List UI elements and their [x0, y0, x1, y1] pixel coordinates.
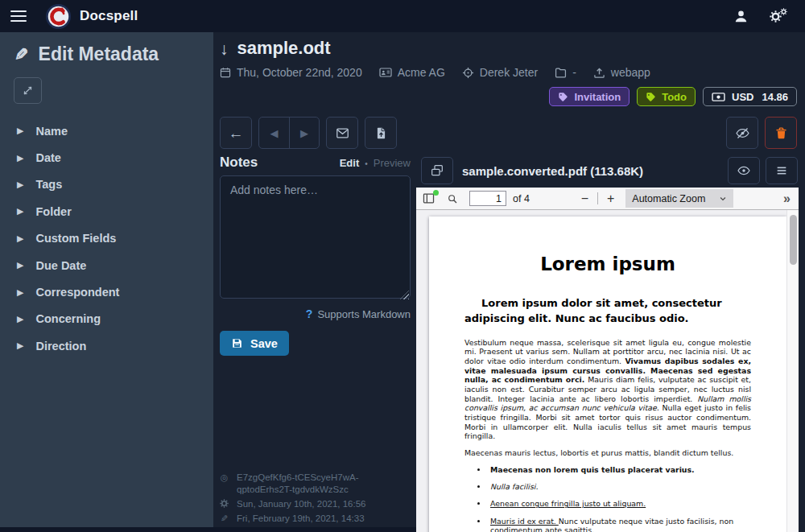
item-source: webapp: [593, 66, 650, 79]
sidebar-item-tags[interactable]: ▶Tags: [0, 171, 213, 198]
notes-input[interactable]: [220, 175, 411, 299]
caret-right-icon: ▶: [17, 315, 23, 324]
sidebar-title-label: Edit Metadata: [39, 43, 159, 65]
notes-preview-link[interactable]: Preview: [374, 157, 411, 169]
item-id: E7zgQefKfg6-tCEScyeH7wA-qptodErhs2T-tgdv…: [237, 472, 414, 496]
item-correspondent[interactable]: Acme AG: [379, 66, 445, 79]
crosshairs-icon: [462, 67, 474, 79]
arrow-left-icon: ←: [229, 126, 244, 141]
gear-icon: [219, 498, 229, 510]
pdf-sidebar-toggle-button[interactable]: [422, 192, 436, 206]
zoom-out-button[interactable]: −: [580, 192, 590, 206]
prev-next-group: ◀ ▶: [258, 117, 320, 149]
item-folder[interactable]: -: [555, 66, 576, 79]
caret-right-icon: ▶: [17, 154, 23, 163]
search-icon[interactable]: [447, 193, 458, 204]
edit-metadata-sidebar: ✎ Edit Metadata ▶Name ▶Date ▶Tags ▶Folde…: [0, 32, 213, 527]
user-icon[interactable]: [733, 9, 749, 24]
document-header: ↓ sample.odt Thu, October 22nd, 2020 Acm…: [220, 38, 650, 79]
item-concerning[interactable]: Derek Jeter: [462, 66, 538, 79]
delete-button[interactable]: [765, 117, 797, 149]
folder-icon: [555, 67, 567, 79]
caret-left-icon: ◀: [270, 127, 279, 139]
pdf-scrollbar-thumb[interactable]: [790, 215, 797, 265]
calendar-icon: [220, 67, 231, 78]
back-button[interactable]: ←: [220, 117, 252, 149]
top-navbar: Docspell: [0, 0, 805, 32]
cogs-icon[interactable]: [770, 8, 787, 24]
attachment-panel: sample.converted.pdf (113.68K) of 4 − + …: [416, 155, 805, 532]
tag-todo[interactable]: Todo: [637, 87, 696, 106]
notes-edit-link[interactable]: Edit: [340, 157, 360, 169]
zoom-select[interactable]: Automatic Zoom: [625, 189, 733, 208]
notes-section: Notes Edit • Preview ?Supports Markdown …: [220, 155, 411, 356]
updated-row: ✎ Fri, February 19th, 2021, 14:33: [219, 513, 414, 525]
notification-dot: [433, 190, 439, 196]
attachment-menu-button[interactable]: [766, 157, 798, 184]
pdf-paragraph-2: Maecenas mauris lectus, lobortis et puru…: [464, 448, 751, 458]
page-number-input[interactable]: [469, 191, 506, 206]
caret-right-icon: ▶: [17, 288, 23, 297]
expand-sidebar-button[interactable]: [14, 77, 42, 104]
notes-title: Notes: [220, 155, 258, 171]
tags-row: Invitation Todo USD 14.86: [549, 87, 797, 106]
sidebar-item-due-date[interactable]: ▶Due Date: [0, 252, 213, 278]
sidebar-item-custom-fields[interactable]: ▶Custom Fields: [0, 225, 213, 252]
document-meta-row: Thu, October 22nd, 2020 Acme AG Derek Je…: [220, 66, 650, 79]
sidebar-item-correspondent[interactable]: ▶Correspondent: [0, 278, 213, 305]
item-date: Thu, October 22nd, 2020: [220, 66, 362, 79]
sidebar-item-concerning[interactable]: ▶Concerning: [0, 306, 213, 332]
chevron-down-icon: [719, 195, 727, 203]
tag-invitation[interactable]: Invitation: [549, 87, 630, 106]
zoom-select-value: Automatic Zoom: [632, 193, 705, 204]
prev-item-button[interactable]: ◀: [259, 118, 289, 148]
metadata-section-list: ▶Name ▶Date ▶Tags ▶Folder ▶Custom Fields…: [0, 118, 213, 360]
markdown-hint[interactable]: ?Supports Markdown: [220, 307, 411, 320]
item-toolbar: ← ◀ ▶: [220, 117, 797, 149]
next-item-button[interactable]: ▶: [289, 118, 319, 148]
list-item: Nulla facilisi.: [488, 482, 751, 492]
sidebar-item-folder[interactable]: ▶Folder: [0, 198, 213, 225]
trash-icon: [774, 126, 788, 140]
pdf-page: Lorem ipsum Lorem ipsum dolor sit amet, …: [429, 217, 786, 532]
add-files-button[interactable]: [365, 117, 397, 149]
id-card-icon: [379, 66, 392, 79]
tag-icon: [558, 92, 568, 102]
toolbar-divider: [597, 192, 598, 204]
unconfirm-button[interactable]: [726, 117, 758, 149]
images-icon: [431, 164, 444, 177]
attachment-source-button[interactable]: [421, 157, 453, 184]
sidebar-item-name[interactable]: ▶Name: [0, 118, 213, 144]
pdf-bullet-list: Maecenas non lorem quis tellus placerat …: [464, 465, 751, 532]
caret-right-icon: ▶: [17, 341, 23, 350]
sidebar-item-date[interactable]: ▶Date: [0, 144, 213, 171]
zoom-in-button[interactable]: +: [605, 192, 616, 206]
sidebar-item-direction[interactable]: ▶Direction: [0, 332, 213, 359]
bars-icon: [775, 164, 788, 177]
toolbar-more-button[interactable]: »: [783, 192, 793, 206]
tag-icon: [646, 92, 656, 102]
attachment-view-button[interactable]: [728, 157, 760, 184]
send-mail-button[interactable]: [326, 117, 358, 149]
pencil-icon: ✎: [14, 45, 29, 64]
pdf-paragraph-1: Vestibulum neque massa, scelerisque sit …: [464, 338, 751, 441]
pencil-icon: ✎: [219, 513, 229, 525]
pdf-heading: Lorem ipsum: [464, 254, 751, 274]
caret-right-icon: ▶: [17, 261, 23, 270]
list-item: Mauris id ex erat. Nunc vulputate neque …: [488, 517, 751, 532]
eye-slash-icon: [736, 126, 749, 140]
document-title: sample.odt: [237, 38, 331, 59]
question-icon: ?: [306, 307, 313, 320]
bottom-strip: [0, 527, 416, 532]
save-button[interactable]: Save: [220, 331, 289, 356]
menu-icon[interactable]: [10, 7, 27, 24]
pdf-scrollbar-track[interactable]: [786, 210, 799, 532]
created-row: Sun, January 10th, 2021, 16:56: [219, 498, 414, 510]
attachment-title: sample.converted.pdf (113.68K): [462, 164, 643, 178]
custom-field-amount[interactable]: USD 14.86: [703, 87, 797, 106]
created-date: Sun, January 10th, 2021, 16:56: [237, 498, 365, 510]
dot-separator: •: [365, 159, 368, 168]
attachment-header: sample.converted.pdf (113.68K): [416, 155, 805, 187]
bullseye-icon: ◎: [219, 472, 229, 496]
pdfjs-toolbar: of 4 − + Automatic Zoom »: [416, 188, 799, 210]
